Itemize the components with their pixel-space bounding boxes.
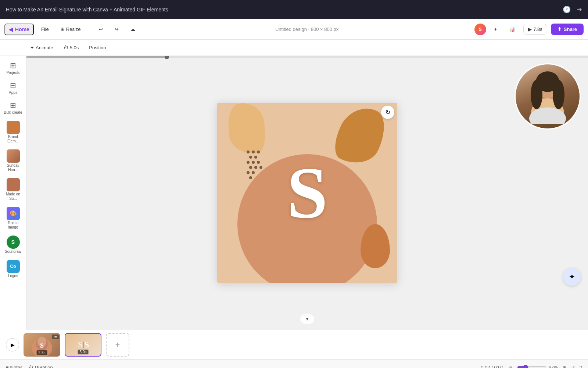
brand-elem-label: Brand Elem...: [3, 135, 24, 144]
chart-icon: 📊: [509, 26, 515, 32]
position-label: Position: [89, 45, 106, 50]
preview-play-button[interactable]: ▶ 7.8s: [523, 24, 547, 35]
bulk-create-icon: ⊞: [10, 101, 16, 110]
text-to-image-thumb: 🎨: [7, 207, 20, 220]
user-avatar[interactable]: S: [474, 24, 486, 35]
scroll-down-indicator: ▾: [300, 314, 314, 324]
slide-1-duration: 2.8s: [37, 350, 47, 355]
magic-button[interactable]: ✦: [563, 268, 581, 286]
refresh-button[interactable]: ↻: [381, 106, 394, 119]
design-letter-s: S: [287, 156, 327, 230]
help-icon[interactable]: ?: [580, 365, 582, 368]
play-duration: 7.8s: [533, 26, 542, 32]
browser-icons: 🕐 ➜: [563, 6, 582, 14]
share-label: Share: [564, 26, 577, 32]
notes-bar: ≡ Notes ⏱ Duration 0:02 / 0:07 🖥 67% ⊞ ⤢…: [0, 359, 588, 368]
browser-bar: How to Make An Email Signature with Canv…: [0, 0, 588, 19]
svg-point-4: [531, 80, 542, 109]
home-button[interactable]: ◀ Home: [4, 24, 34, 35]
notes-label: Notes: [10, 365, 23, 368]
play-icon: ▶: [528, 26, 532, 32]
main-layout: ⊞ Projects ⊟ Apps ⊞ Bulk create Brand El…: [0, 56, 588, 330]
brand-elem-thumb: [7, 121, 20, 134]
projects-label: Projects: [6, 71, 19, 75]
animate-icon: ✦: [30, 45, 34, 50]
add-slide-button[interactable]: +: [106, 333, 129, 357]
monitor-icon: 🖥: [508, 365, 513, 368]
save-button[interactable]: ☁: [126, 24, 140, 34]
animate-button[interactable]: ✦ Animate: [26, 43, 57, 52]
notes-button[interactable]: ≡ Notes: [6, 365, 23, 368]
zoom-level: 67%: [549, 365, 558, 368]
logos-thumb: Co: [7, 260, 20, 273]
design-title: Untitled design · 800 × 800 px: [143, 26, 472, 32]
sidebar-item-made-on-su[interactable]: Made on Su...: [1, 176, 25, 203]
scrubber-handle[interactable]: [165, 56, 169, 59]
duration-button[interactable]: ⏱ 5.0s: [60, 43, 83, 52]
sidebar-item-brand-elem[interactable]: Brand Elem...: [1, 118, 25, 146]
paint-accent-light: [224, 103, 269, 157]
add-collaborator-button[interactable]: +: [490, 24, 502, 34]
animate-label: Animate: [36, 45, 53, 50]
webcam-overlay: [514, 63, 581, 130]
chevron-down-icon: ▾: [306, 316, 308, 322]
timeline-play-button[interactable]: ▶: [6, 338, 19, 351]
undo-button[interactable]: ↩: [94, 24, 107, 34]
zoom-bar: 67%: [517, 365, 558, 368]
scrubber-fill: [26, 56, 167, 58]
redo-icon: ↪: [115, 26, 119, 32]
bulk-create-label: Bulk create: [4, 110, 22, 115]
sidebar-item-logos[interactable]: Co Logos: [1, 258, 25, 280]
apps-label: Apps: [9, 91, 17, 95]
webcam-video: [516, 64, 580, 128]
sidebar-item-apps[interactable]: ⊟ Apps: [1, 79, 25, 97]
position-button[interactable]: Position: [85, 43, 110, 52]
sidebar: ⊞ Projects ⊟ Apps ⊞ Bulk create Brand El…: [0, 56, 26, 330]
sidebar-item-projects[interactable]: ⊞ Projects: [1, 59, 25, 77]
duration-label: 5.0s: [70, 45, 79, 50]
clock-icon[interactable]: 🕐: [563, 6, 571, 14]
zoom-slider[interactable]: [517, 365, 546, 368]
resize-label: Resize: [66, 26, 81, 32]
canvas-area: S ↻ ▾: [26, 56, 588, 330]
grid-icon[interactable]: ⊞: [563, 365, 567, 368]
share-arrow-icon[interactable]: ➜: [577, 6, 582, 14]
duration-icon: ⏱: [29, 365, 33, 368]
browser-title: How to Make An Email Signature with Canv…: [6, 7, 558, 13]
sunday-hou-label: Sunday Hou...: [3, 163, 24, 172]
file-label: File: [41, 26, 49, 32]
share-icon: ⬆: [557, 26, 562, 32]
divider-1: [90, 24, 90, 35]
projects-icon: ⊞: [10, 61, 16, 70]
canva-toolbar: ◀ Home File ⊞ Resize ↩ ↪ ☁ Untitled desi…: [0, 19, 588, 40]
analytics-button[interactable]: 📊: [505, 24, 520, 34]
file-button[interactable]: File: [37, 24, 53, 34]
timeline-slide-1[interactable]: S ••• 2.8s: [24, 333, 60, 357]
paint-accent-dark: [361, 224, 390, 268]
cloud-icon: ☁: [130, 26, 135, 32]
sidebar-item-bulk-create[interactable]: ⊞ Bulk create: [1, 99, 25, 117]
timeline-slide-2[interactable]: S | S 5.0s: [65, 333, 101, 357]
sidebar-item-soundraw[interactable]: S Soundraw: [1, 233, 25, 256]
redo-button[interactable]: ↪: [110, 24, 123, 34]
sidebar-item-sunday-hou[interactable]: Sunday Hou...: [1, 147, 25, 174]
share-button[interactable]: ⬆ Share: [551, 24, 584, 35]
fullscreen-icon[interactable]: ⤢: [571, 365, 575, 368]
sunday-hou-thumb: [7, 149, 20, 163]
sidebar-item-text-to-image[interactable]: 🎨 Text to Image: [1, 205, 25, 232]
toolbar-right: S + 📊 ▶ 7.8s ⬆ Share: [474, 24, 584, 35]
apps-icon: ⊟: [10, 81, 16, 90]
soundraw-thumb: S: [7, 236, 20, 249]
undo-icon: ↩: [99, 26, 103, 32]
slide-1-more-button[interactable]: •••: [52, 335, 59, 339]
timeline-bar: ▶ S ••• 2.8s S | S 5.0s +: [0, 330, 588, 359]
made-on-su-label: Made on Su...: [3, 192, 24, 201]
duration-btn[interactable]: ⏱ Duration: [29, 365, 53, 368]
canvas-design: S ↻: [217, 103, 397, 283]
notes-icon: ≡: [6, 365, 9, 368]
resize-button[interactable]: ⊞ Resize: [56, 24, 85, 34]
design-background: S: [217, 103, 397, 283]
chevron-left-icon: ◀: [9, 26, 13, 32]
notes-right: 0:02 / 0:07 🖥 67% ⊞ ⤢ ?: [481, 365, 582, 368]
svg-text:S: S: [40, 342, 44, 349]
